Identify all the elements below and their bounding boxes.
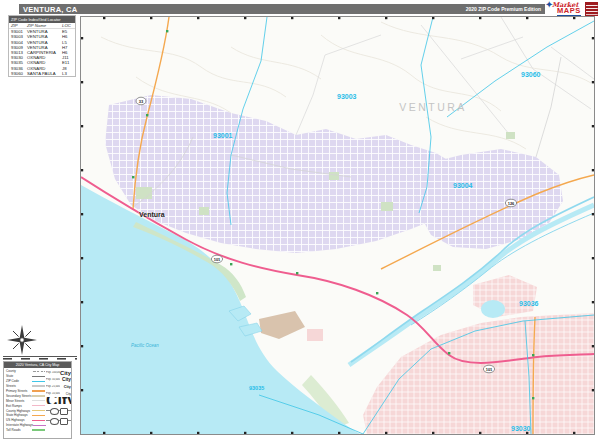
logo-block-text: MAPS: [557, 7, 581, 16]
legend-city-item: Pop. 10,000 - 24,999 City: [46, 390, 71, 397]
zip-label-93001: 93001: [213, 132, 233, 139]
col-zip: ZIP: [11, 23, 27, 28]
zip-label-93035: 93035: [249, 385, 264, 391]
shield-ca-126: 126: [508, 201, 515, 206]
legend-line-sample: [32, 429, 45, 430]
legend-item-label: Streets: [6, 384, 16, 388]
legend-item: Toll Roads: [6, 428, 45, 433]
population-range-label: Pop. 25,000 - 49,999: [46, 385, 60, 388]
zip-label-93003: 93003: [337, 93, 357, 100]
legend-line-sample: [32, 410, 45, 411]
legend-line-sample: [32, 400, 45, 401]
map-canvas: 33 101 126 101 VENTURA 93001 93003 93004…: [80, 16, 595, 435]
legend-item-label: State Highways: [6, 413, 28, 417]
legend-item-label: State: [6, 374, 13, 378]
header-bar: VENTURA, CA 2020 ZIP Code Premium Editio…: [19, 4, 545, 14]
legend-city-item: Pop. 25,000 - 49,999 City: [46, 383, 71, 390]
map-svg: 33 101 126 101 VENTURA 93001 93003 93004…: [81, 17, 594, 434]
legend-line-sample: [32, 420, 45, 421]
legend-item-label: Exit Ramps: [6, 404, 22, 408]
legend-item-label: Minor Streets: [6, 399, 24, 403]
golf-course-area: [259, 311, 305, 339]
zip-label-93030: 93030: [511, 425, 531, 432]
area-label-ventura: VENTURA: [399, 101, 467, 113]
map-legend: 2020 Ventura, CA City Map County State Z…: [3, 361, 72, 439]
population-range-label: Pop. 50,000 - 99,999: [46, 378, 60, 381]
legend-line-sample: [32, 371, 45, 372]
legend-item-label: County Highways: [6, 409, 30, 413]
shield-us-101-south: 101: [486, 367, 493, 372]
legend-item-label: Toll Roads: [6, 428, 20, 432]
city-label-ventura: Ventura: [139, 211, 165, 218]
legend-line-sample: [32, 381, 45, 382]
legend-line-sample: [32, 405, 45, 406]
zip-label-93060: 93060: [521, 71, 541, 78]
compass-rose-icon: [6, 324, 38, 356]
legend-item-label: Secondary Streets: [6, 394, 31, 398]
legend-line-items: County State ZIP Code Streets: [6, 369, 45, 433]
edition-label: 2020 ZIP Code Premium Edition: [466, 6, 545, 12]
zip-index-rows: 93001 VENTURA E5 93003 VENTURA H6 93004 …: [9, 29, 75, 76]
box-shield-icon: [60, 408, 68, 415]
legend-item-label: County: [6, 369, 16, 373]
rural-roads: [296, 17, 594, 139]
oval-shield-icon: [50, 408, 59, 415]
scale-bar: [3, 356, 77, 360]
page-title: VENTURA, CA: [19, 5, 78, 14]
zip-label-93004: 93004: [453, 182, 473, 189]
population-range-label: Pop. 100,000 & Over: [46, 371, 60, 374]
grid-loc-cell: L3: [62, 71, 73, 76]
logo-badge: [585, 2, 598, 16]
water-label: Pacific Ocean: [131, 343, 159, 348]
legend-item-label: Primary Streets: [6, 389, 27, 393]
zip-label-93036: 93036: [519, 300, 539, 307]
table-row: 93060 SANTA PAULA L3: [9, 71, 75, 76]
shield-us-101: 101: [214, 257, 221, 262]
city-label-sample: City: [64, 385, 71, 389]
legend-line-sample: [32, 395, 45, 396]
legend-item-label: Interstate Highways: [6, 423, 33, 427]
oval-shield-icon: [50, 418, 59, 425]
population-range-label: Pop. 10,000 - 24,999: [46, 392, 60, 395]
legend-item-label: US Highways: [6, 418, 25, 422]
legend-item-label: ZIP Code: [6, 379, 19, 383]
zip-code-cell: 93060: [11, 71, 27, 76]
city-label-sample: City: [62, 377, 71, 382]
shield-ca-33: 33: [139, 99, 144, 104]
zip-index-title: ZIP Code Index/Grid Locator: [9, 16, 75, 23]
city-label-sample: City: [60, 370, 71, 376]
legend-city-item: Pop. 50,000 - 99,999 City: [46, 376, 71, 383]
legend-line-sample: [32, 390, 45, 391]
box-shield-icon: [60, 418, 68, 425]
legend-city-item: Pop. Under 10,000 City: [46, 397, 71, 404]
legend-city-item: Pop. 100,000 & Over City: [46, 369, 71, 376]
pond: [481, 300, 505, 318]
col-loc: LOC: [62, 23, 73, 28]
city-label-sample: City: [66, 392, 71, 396]
city-label-sample: City: [46, 397, 71, 404]
urban-area-east-ventura: [415, 149, 563, 249]
legend-line-sample: [32, 415, 45, 416]
zip-name-cell: SANTA PAULA: [27, 71, 62, 76]
highway-shield-sample: [46, 406, 71, 414]
legend-city-items: Pop. 100,000 & Over City Pop. 50,000 - 9…: [46, 369, 71, 404]
legend-line-sample: [32, 385, 45, 386]
legend-line-sample: [32, 376, 45, 377]
col-zip-name: ZIP Name: [27, 23, 62, 28]
highway-shield-sample-2: [46, 416, 71, 424]
zip-index-table: ZIP Code Index/Grid Locator ZIP ZIP Name…: [8, 15, 76, 77]
